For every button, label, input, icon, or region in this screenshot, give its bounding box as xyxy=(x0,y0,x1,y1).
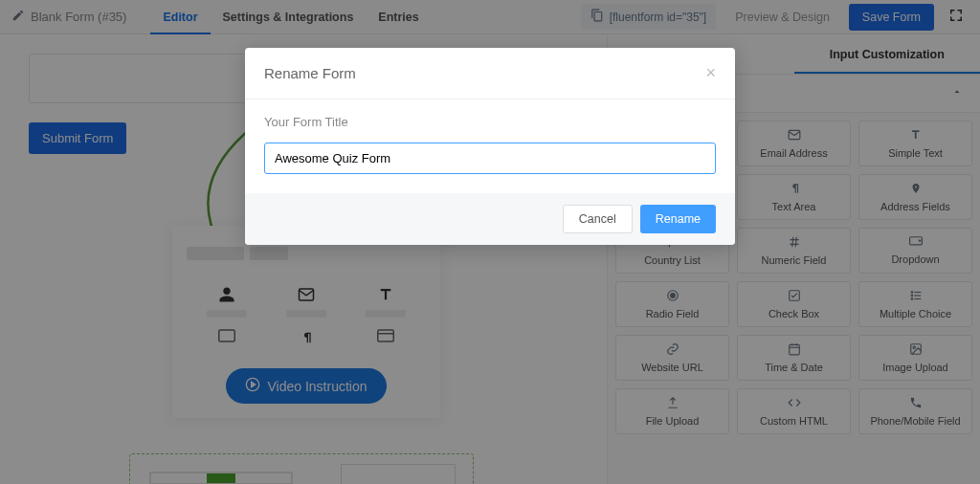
modal-title: Rename Form xyxy=(264,65,356,81)
rename-form-modal: Rename Form × Your Form Title Cancel Ren… xyxy=(245,48,735,245)
cancel-button[interactable]: Cancel xyxy=(563,205,633,233)
form-title-input[interactable] xyxy=(264,143,716,174)
rename-button[interactable]: Rename xyxy=(640,205,716,233)
modal-overlay[interactable]: Rename Form × Your Form Title Cancel Ren… xyxy=(0,0,980,484)
close-icon[interactable]: × xyxy=(705,63,716,83)
modal-input-label: Your Form Title xyxy=(264,115,716,129)
